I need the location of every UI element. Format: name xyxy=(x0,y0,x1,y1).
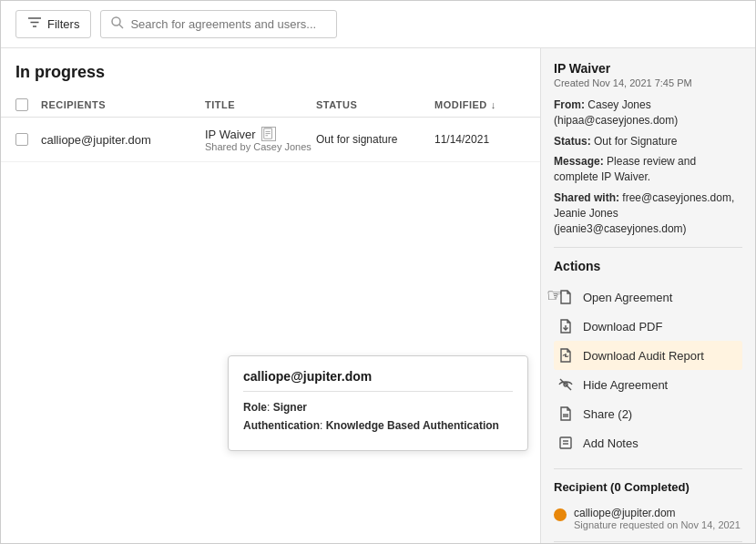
svg-line-1 xyxy=(119,25,123,28)
share-icon xyxy=(557,405,574,422)
recipients-title: Recipient (0 Completed) xyxy=(554,480,742,494)
recipient-date: Signature requested on Nov 14, 2021 xyxy=(574,519,741,530)
table-header: RECIPIENTS TITLE STATUS MODIFIED ↓ xyxy=(1,93,540,118)
action-pdf-label: Download PDF xyxy=(583,320,662,334)
col-title: TITLE xyxy=(205,99,316,110)
detail-title: IP Waiver xyxy=(554,61,742,76)
detail-from: From: Casey Jones (hipaa@caseyjones.dom) xyxy=(554,98,742,128)
doc-title: IP Waiver xyxy=(205,127,316,141)
recipient-email: calliope@jupiter.dom xyxy=(574,507,741,519)
document-icon xyxy=(557,289,574,305)
recipient-status-dot xyxy=(554,508,567,521)
search-icon xyxy=(110,15,125,33)
divider-2 xyxy=(554,468,742,469)
detail-status: Status: Out for Signature xyxy=(554,134,742,149)
select-all-checkbox[interactable] xyxy=(15,98,28,111)
funnel-icon xyxy=(27,15,42,33)
table-row[interactable]: calliope@jupiter.dom IP Waiver Shared by… xyxy=(1,118,540,162)
status-cell: Out for signature xyxy=(316,133,434,146)
title-cell: IP Waiver Shared by Casey Jones xyxy=(205,127,316,152)
search-bar[interactable] xyxy=(100,10,337,38)
audit-icon xyxy=(557,347,574,364)
col-status: STATUS xyxy=(316,99,434,110)
actions-title: Actions xyxy=(554,259,742,273)
tooltip-auth: Authentication: Knowledge Based Authenti… xyxy=(243,419,513,432)
notes-icon xyxy=(557,435,574,451)
recipient-info: calliope@jupiter.dom Signature requested… xyxy=(574,507,741,530)
detail-message: Message: Please review and complete IP W… xyxy=(554,154,742,185)
col-recipients: RECIPIENTS xyxy=(41,99,205,110)
filter-label: Filters xyxy=(47,17,79,31)
row-checkbox[interactable] xyxy=(15,133,28,146)
doc-icon xyxy=(261,127,276,141)
filter-button[interactable]: Filters xyxy=(15,10,91,38)
main-layout: In progress RECIPIENTS TITLE STATUS MODI… xyxy=(1,48,755,544)
action-notes-label: Add Notes xyxy=(583,436,639,450)
right-panel: IP Waiver Created Nov 14, 2021 7:45 PM F… xyxy=(541,48,755,544)
sort-icon: ↓ xyxy=(491,99,496,110)
action-download-pdf[interactable]: Download PDF xyxy=(554,312,742,341)
action-hide-agreement[interactable]: Hide Agreement xyxy=(554,370,742,399)
action-open-label: Open Agreement xyxy=(583,291,672,304)
svg-point-0 xyxy=(112,17,120,26)
col-modified[interactable]: MODIFIED ↓ xyxy=(434,99,526,110)
action-share-label: Share (2) xyxy=(583,407,632,421)
detail-created: Created Nov 14, 2021 7:45 PM xyxy=(554,77,742,88)
recipient-tooltip: calliope@jupiter.dom Role: Signer Authen… xyxy=(228,355,528,451)
svg-rect-10 xyxy=(560,437,571,448)
action-add-notes[interactable]: Add Notes xyxy=(554,428,742,457)
recipient-item[interactable]: calliope@jupiter.dom Signature requested… xyxy=(554,501,742,536)
hide-icon xyxy=(557,376,574,393)
tooltip-role: Role: Signer xyxy=(243,401,513,414)
recipient-cell: calliope@jupiter.dom xyxy=(41,133,205,147)
modified-cell: 11/14/2021 xyxy=(434,133,526,146)
action-hide-label: Hide Agreement xyxy=(583,378,668,392)
action-share[interactable]: Share (2) xyxy=(554,399,742,428)
tooltip-email: calliope@jupiter.dom xyxy=(243,369,513,392)
action-download-audit[interactable]: Download Audit Report xyxy=(554,341,742,370)
svg-line-9 xyxy=(560,379,571,390)
detail-shared: Shared with: free@caseyjones.dom, Jeanie… xyxy=(554,190,742,236)
download-pdf-icon xyxy=(557,318,574,334)
shared-by: Shared by Casey Jones xyxy=(205,141,316,152)
action-audit-label: Download Audit Report xyxy=(583,349,704,363)
search-input[interactable] xyxy=(130,17,327,31)
divider-1 xyxy=(554,247,742,248)
left-panel: In progress RECIPIENTS TITLE STATUS MODI… xyxy=(1,48,541,544)
section-title: In progress xyxy=(1,63,540,93)
top-bar: Filters xyxy=(1,1,755,48)
recipients-section: Recipient (0 Completed) calliope@jupiter… xyxy=(554,480,742,536)
action-open-agreement[interactable]: Open Agreement xyxy=(554,282,742,312)
